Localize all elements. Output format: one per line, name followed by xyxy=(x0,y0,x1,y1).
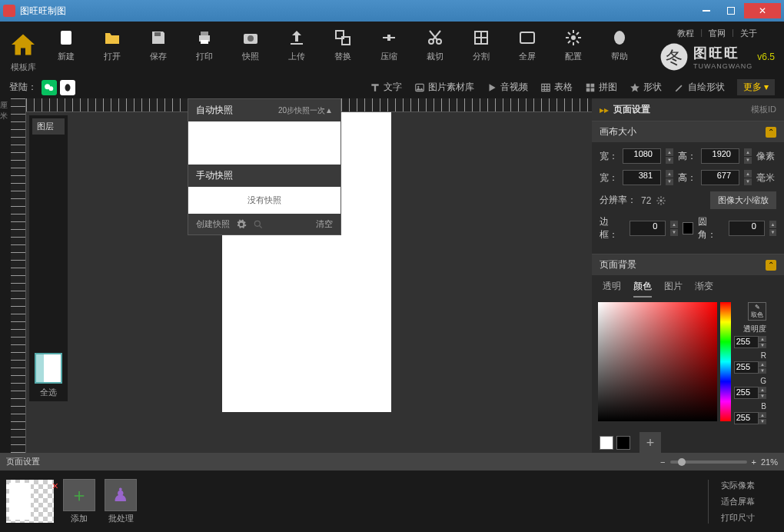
svg-rect-23 xyxy=(586,83,590,87)
layer-thumbnail[interactable] xyxy=(35,353,62,384)
zoom-slider[interactable] xyxy=(670,461,747,464)
g-input[interactable]: 255 xyxy=(734,387,759,399)
more-button[interactable]: 更多 ▾ xyxy=(737,79,775,95)
puzzle-tool[interactable]: 拼图 xyxy=(585,81,617,94)
brand-area: 教程| 官网| 关于 冬 图旺旺 TUWANGWANG v6.5 xyxy=(659,28,775,71)
svg-text:冬: 冬 xyxy=(666,48,683,67)
second-toolbar: 登陆： 文字 图片素材库 音视频 表格 拼图 形状 自绘形状 更多 ▾ xyxy=(0,76,784,98)
fullscreen-button[interactable]: 全屏 xyxy=(512,28,543,62)
snapshot-frequency[interactable]: 20步快照一次▲ xyxy=(278,105,333,116)
collapse-icon[interactable]: ⌃ xyxy=(766,127,776,138)
swatch-black[interactable] xyxy=(616,436,630,450)
upload-button[interactable]: 上传 xyxy=(281,28,312,62)
zoom-in-button[interactable]: + xyxy=(752,457,756,467)
svg-rect-24 xyxy=(590,83,594,87)
brand-icon: 冬 xyxy=(659,42,689,71)
template-library-button[interactable]: 模板库 xyxy=(9,28,37,73)
image-library-tool[interactable]: 图片素材库 xyxy=(414,81,474,94)
new-button[interactable]: 新建 xyxy=(51,28,81,62)
print-icon xyxy=(195,28,214,47)
tab-color[interactable]: 颜色 xyxy=(633,280,652,298)
tab-transparent[interactable]: 透明 xyxy=(603,280,621,298)
width-mm-spinner[interactable]: ▲▼ xyxy=(666,170,673,185)
minimize-button[interactable] xyxy=(695,3,718,18)
shape-tool[interactable]: 形状 xyxy=(630,81,662,94)
dpi-value: 72 xyxy=(641,195,651,206)
search-icon[interactable] xyxy=(253,219,264,230)
cut-button[interactable]: 裁切 xyxy=(420,28,450,62)
settings-button[interactable]: 配置 xyxy=(558,28,589,62)
tab-gradient[interactable]: 渐变 xyxy=(695,280,713,298)
replace-button[interactable]: 替换 xyxy=(327,28,358,62)
qq-login-button[interactable] xyxy=(60,80,75,95)
page-settings-bar: 页面设置 − + 21% xyxy=(0,453,784,470)
height-px-input[interactable]: 1920 xyxy=(701,148,739,164)
svg-point-15 xyxy=(614,31,625,45)
text-tool[interactable]: 文字 xyxy=(370,81,402,94)
text-icon xyxy=(370,82,380,93)
fit-screen-button[interactable]: 适合屏幕 xyxy=(721,496,755,507)
actual-pixels-button[interactable]: 实际像素 xyxy=(721,480,755,491)
open-button[interactable]: 打开 xyxy=(97,28,128,62)
gear-icon[interactable] xyxy=(236,219,247,230)
height-px-spinner[interactable]: ▲▼ xyxy=(744,148,752,164)
width-px-input[interactable]: 1080 xyxy=(623,148,661,164)
freehand-tool[interactable]: 自绘形状 xyxy=(674,81,725,94)
swatch-white[interactable] xyxy=(600,436,613,450)
color-hue-slider[interactable] xyxy=(720,302,731,421)
fullscreen-icon xyxy=(518,28,537,47)
tutorial-link[interactable]: 教程 xyxy=(677,28,694,39)
av-tool[interactable]: 音视频 xyxy=(487,81,528,94)
width-mm-input[interactable]: 381 xyxy=(623,170,661,185)
vertical-ruler[interactable] xyxy=(11,98,26,453)
height-mm-spinner[interactable]: ▲▼ xyxy=(744,170,752,185)
b-input[interactable]: 255 xyxy=(734,412,759,424)
about-link[interactable]: 关于 xyxy=(740,28,757,39)
eyedropper-button[interactable]: ✎取色 xyxy=(748,302,766,321)
split-icon xyxy=(472,28,490,47)
svg-rect-7 xyxy=(291,43,303,45)
border-input[interactable]: 0 xyxy=(630,221,666,236)
split-button[interactable]: 分割 xyxy=(466,28,497,62)
maximize-button[interactable] xyxy=(719,3,742,18)
zoom-out-button[interactable]: − xyxy=(660,457,665,467)
tab-image[interactable]: 图片 xyxy=(664,280,683,298)
batch-button[interactable]: ♟批处理 xyxy=(105,479,137,524)
border-color-swatch[interactable] xyxy=(683,222,694,234)
print-size-button[interactable]: 打印尺寸 xyxy=(721,512,755,524)
page-thumbnail[interactable]: × xyxy=(6,480,54,523)
replace-icon xyxy=(334,28,352,47)
corner-input[interactable]: 0 xyxy=(729,221,765,236)
save-button[interactable]: 保存 xyxy=(143,28,174,62)
arrow-icon: ▸▸ xyxy=(600,105,609,115)
gear-icon[interactable] xyxy=(656,195,666,206)
resize-button[interactable]: 图像大小缩放 xyxy=(710,191,776,209)
compress-icon xyxy=(380,28,398,47)
create-snapshot-button[interactable]: 创建快照 xyxy=(196,218,230,230)
app-frame: 模板库 新建打开保存打印快照上传替换压缩裁切分割全屏配置帮助 教程| 官网| 关… xyxy=(0,22,784,532)
main-row: 厘米 图层 全选 自动快照 20步快照一次▲ 手动快照 没有快照 xyxy=(0,98,784,453)
compress-button[interactable]: 压缩 xyxy=(374,28,404,62)
canvas-area[interactable]: 图层 全选 自动快照 20步快照一次▲ 手动快照 没有快照 创建快照 xyxy=(11,98,592,453)
add-swatch-button[interactable]: + xyxy=(639,432,661,453)
r-input[interactable]: 255 xyxy=(734,361,759,374)
close-button[interactable] xyxy=(744,3,781,18)
table-tool[interactable]: 表格 xyxy=(540,81,573,94)
color-saturation-box[interactable] xyxy=(598,302,717,421)
clear-snapshot-button[interactable]: 清空 xyxy=(316,218,333,230)
house-icon xyxy=(9,31,37,58)
print-button[interactable]: 打印 xyxy=(189,28,220,62)
wechat-login-button[interactable] xyxy=(42,80,57,95)
height-mm-input[interactable]: 677 xyxy=(701,170,739,185)
width-px-spinner[interactable]: ▲▼ xyxy=(666,148,673,164)
official-link[interactable]: 官网 xyxy=(709,28,726,39)
collapse-icon[interactable]: ⌃ xyxy=(766,260,776,271)
snapshot-button[interactable]: 快照 xyxy=(235,28,266,62)
select-all-button[interactable]: 全选 xyxy=(32,387,65,398)
canvas-size-section: 画布大小⌃ 宽： 1080 ▲▼ 高： 1920 ▲▼ 像素 宽： 381 xyxy=(592,121,784,254)
add-page-button[interactable]: ＋添加 xyxy=(63,479,95,524)
alpha-input[interactable]: 255 xyxy=(734,336,759,348)
template-id-button[interactable]: 模板ID xyxy=(751,104,776,115)
delete-page-icon[interactable]: × xyxy=(52,480,58,492)
help-button[interactable]: 帮助 xyxy=(604,28,635,62)
